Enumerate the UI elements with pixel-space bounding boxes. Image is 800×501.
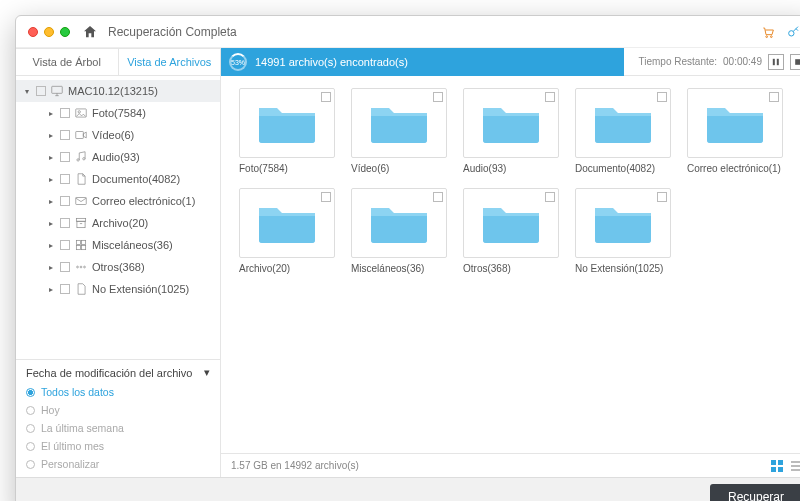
recover-button[interactable]: Recuperar: [710, 484, 800, 502]
chevron-right-icon[interactable]: ▸: [46, 197, 56, 206]
checkbox[interactable]: [60, 284, 70, 294]
radio[interactable]: [26, 442, 35, 451]
progress-percent: 53%: [231, 59, 245, 66]
checkbox[interactable]: [60, 196, 70, 206]
checkbox[interactable]: [433, 92, 443, 102]
folder-card[interactable]: Otros(368): [463, 188, 559, 274]
folder-card[interactable]: Vídeo(6): [351, 88, 447, 174]
checkbox[interactable]: [60, 130, 70, 140]
svg-point-10: [77, 159, 79, 161]
svg-rect-18: [82, 246, 86, 250]
tree-item-video[interactable]: ▸ Vídeo(6): [16, 124, 220, 146]
tree-item-noext[interactable]: ▸ No Extensión(1025): [16, 278, 220, 300]
radio[interactable]: [26, 424, 35, 433]
tree-root[interactable]: ▾ MAC10.12(13215): [16, 80, 220, 102]
tree-item-archivo[interactable]: ▸ Archivo(20): [16, 212, 220, 234]
folder-label: Documento(4082): [575, 163, 671, 174]
chevron-right-icon[interactable]: ▸: [46, 241, 56, 250]
radio[interactable]: [26, 388, 35, 397]
folder-label: Audio(93): [463, 163, 559, 174]
checkbox[interactable]: [433, 192, 443, 202]
svg-rect-9: [76, 132, 84, 139]
folder-card[interactable]: No Extensión(1025): [575, 188, 671, 274]
chevron-right-icon[interactable]: ▸: [46, 175, 56, 184]
tree-item-label: No Extensión(1025): [92, 283, 189, 295]
status-text: 1.57 GB en 14992 archivo(s): [231, 460, 359, 471]
filter-option-custom[interactable]: Personalizar: [26, 455, 210, 473]
chevron-right-icon[interactable]: ▸: [46, 285, 56, 294]
svg-point-11: [83, 158, 85, 160]
checkbox[interactable]: [657, 92, 667, 102]
grid-view-button[interactable]: [770, 459, 784, 473]
checkbox[interactable]: [769, 92, 779, 102]
list-view-button[interactable]: [790, 459, 800, 473]
pause-button[interactable]: [768, 54, 784, 70]
folder-card[interactable]: Documento(4082): [575, 88, 671, 174]
stop-button[interactable]: [790, 54, 800, 70]
folder-card[interactable]: Audio(93): [463, 88, 559, 174]
checkbox[interactable]: [60, 174, 70, 184]
close-window-button[interactable]: [28, 27, 38, 37]
other-icon: [74, 260, 88, 274]
home-icon[interactable]: [82, 24, 98, 40]
chevron-down-icon[interactable]: ▾: [22, 87, 32, 96]
folder-label: Otros(368): [463, 263, 559, 274]
tree-item-otros[interactable]: ▸ Otros(368): [16, 256, 220, 278]
checkbox[interactable]: [60, 218, 70, 228]
key-icon[interactable]: [786, 24, 800, 40]
filter-option-all[interactable]: Todos los datos: [26, 383, 210, 401]
checkbox[interactable]: [321, 192, 331, 202]
folder-card[interactable]: Correo electrónico(1): [687, 88, 783, 174]
checkbox[interactable]: [321, 92, 331, 102]
chevron-right-icon[interactable]: ▸: [46, 153, 56, 162]
radio[interactable]: [26, 460, 35, 469]
tab-tree-view[interactable]: Vista de Árbol: [16, 48, 119, 75]
checkbox[interactable]: [60, 108, 70, 118]
svg-rect-15: [76, 240, 80, 244]
filter-option-today[interactable]: Hoy: [26, 401, 210, 419]
sidebar: ▾ MAC10.12(13215) ▸ Foto(7584) ▸ Vídeo(6…: [16, 76, 221, 477]
folder-card[interactable]: Misceláneos(36): [351, 188, 447, 274]
folder-icon: [257, 202, 317, 244]
tree-item-correo[interactable]: ▸ Correo electrónico(1): [16, 190, 220, 212]
tree-item-audio[interactable]: ▸ Audio(93): [16, 146, 220, 168]
folder-label: Correo electrónico(1): [687, 163, 783, 174]
svg-point-8: [78, 111, 80, 113]
body: ▾ MAC10.12(13215) ▸ Foto(7584) ▸ Vídeo(6…: [16, 76, 800, 477]
chevron-right-icon[interactable]: ▸: [46, 219, 56, 228]
checkbox[interactable]: [545, 192, 555, 202]
tab-file-view[interactable]: Vista de Archivos: [119, 48, 222, 75]
filter-option-week[interactable]: La última semana: [26, 419, 210, 437]
checkbox[interactable]: [657, 192, 667, 202]
photo-icon: [74, 106, 88, 120]
tree-item-foto[interactable]: ▸ Foto(7584): [16, 102, 220, 124]
checkbox[interactable]: [60, 240, 70, 250]
maximize-window-button[interactable]: [60, 27, 70, 37]
svg-point-2: [789, 30, 794, 35]
progress-message: 14991 archivo(s) encontrado(s): [255, 56, 408, 68]
checkbox[interactable]: [36, 86, 46, 96]
svg-rect-5: [795, 59, 800, 65]
svg-rect-24: [771, 467, 776, 472]
filter-label: Hoy: [41, 404, 60, 416]
chevron-right-icon[interactable]: ▸: [46, 263, 56, 272]
radio[interactable]: [26, 406, 35, 415]
checkbox[interactable]: [60, 262, 70, 272]
chevron-down-icon: ▾: [204, 366, 210, 379]
filter-option-month[interactable]: El último mes: [26, 437, 210, 455]
minimize-window-button[interactable]: [44, 27, 54, 37]
tree-item-misc[interactable]: ▸ Misceláneos(36): [16, 234, 220, 256]
folder-label: Misceláneos(36): [351, 263, 447, 274]
tree-item-documento[interactable]: ▸ Documento(4082): [16, 168, 220, 190]
chevron-right-icon[interactable]: ▸: [46, 109, 56, 118]
chevron-right-icon[interactable]: ▸: [46, 131, 56, 140]
folder-card[interactable]: Foto(7584): [239, 88, 335, 174]
svg-point-1: [770, 35, 772, 37]
tab-row: Vista de Árbol Vista de Archivos 53% 149…: [16, 48, 800, 76]
cart-icon[interactable]: [760, 24, 776, 40]
checkbox[interactable]: [545, 92, 555, 102]
folder-card[interactable]: Archivo(20): [239, 188, 335, 274]
checkbox[interactable]: [60, 152, 70, 162]
date-filter-header[interactable]: Fecha de modificación del archivo ▾: [26, 366, 210, 379]
folder-icon: [369, 202, 429, 244]
